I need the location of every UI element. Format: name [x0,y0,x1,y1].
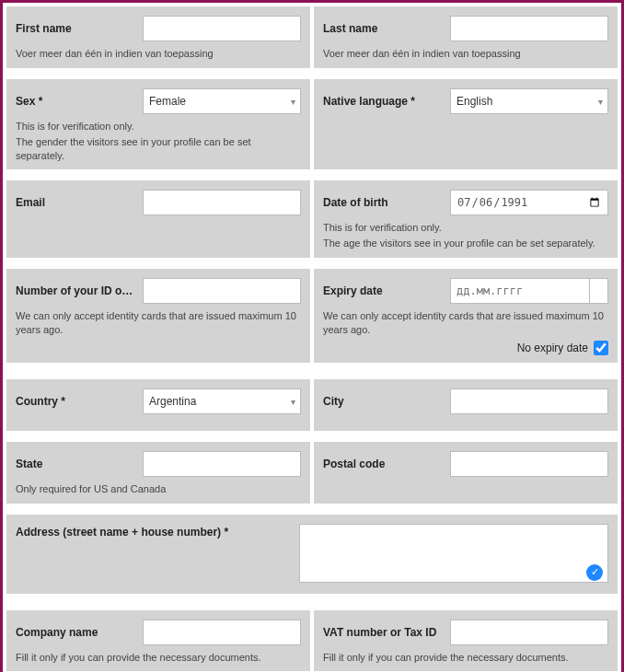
sex-hint2: The gender the visitors see in your prof… [16,135,301,163]
email-label: Email [16,196,135,209]
sex-cell: Sex * Female This is for verification on… [6,79,310,170]
form-container: First name Voer meer dan één in indien v… [0,0,624,672]
last-name-label: Last name [323,22,443,35]
postal-cell: Postal code [314,442,618,504]
vat-hint: Fill it only if you can provide the nece… [323,651,608,665]
state-hint: Only required for US and Canada [16,482,301,496]
last-name-hint: Voer meer dan één in indien van toepassi… [323,47,608,61]
id-number-label: Number of your ID or p… [16,284,135,297]
address-cell: Address (street name + house number) * ✓ [6,515,618,594]
address-label: Address (street name + house number) * [16,524,292,539]
country-label: Country * [16,395,135,408]
dob-hint1: This is for verification only. [323,221,608,235]
city-input[interactable] [450,388,608,414]
email-cell: Email [6,180,310,258]
id-number-hint: We can only accept identity cards that a… [16,309,301,337]
last-name-input[interactable] [450,16,608,41]
vat-label: VAT number or Tax ID [323,626,443,639]
expiry-hint: We can only accept identity cards that a… [323,309,608,337]
native-language-label: Native language * [323,95,443,108]
last-name-cell: Last name Voer meer dan één in indien va… [314,6,618,68]
state-label: State [16,458,135,470]
no-expiry-checkbox[interactable] [594,341,608,355]
vat-input[interactable] [450,620,608,645]
expiry-input[interactable] [450,278,590,304]
company-hint: Fill it only if you can provide the nece… [16,651,301,665]
company-input[interactable] [143,620,301,645]
id-number-cell: Number of your ID or p… We can only acce… [6,269,310,363]
country-select[interactable]: Argentina [143,388,301,414]
postal-input[interactable] [450,451,608,477]
dob-hint2: The age the visitors see in your profile… [323,237,608,250]
no-expiry-label: No expiry date [517,342,588,354]
native-language-cell: Native language * English [314,79,618,170]
city-cell: City [314,379,618,431]
postal-label: Postal code [323,458,443,470]
address-input[interactable] [299,524,608,583]
city-label: City [323,395,443,408]
first-name-input[interactable] [143,16,301,41]
state-input[interactable] [143,451,301,477]
email-input[interactable] [143,190,301,215]
expiry-label: Expiry date [323,284,443,297]
sex-select[interactable]: Female [143,88,301,114]
check-icon: ✓ [586,564,603,581]
id-number-input[interactable] [143,278,301,304]
first-name-label: First name [16,22,135,35]
dob-input[interactable] [450,190,608,215]
first-name-cell: First name Voer meer dan één in indien v… [6,6,310,68]
sex-hint1: This is for verification only. [16,120,301,133]
dob-cell: Date of birth This is for verification o… [314,180,618,258]
state-cell: State Only required for US and Canada [6,442,310,504]
expiry-cell: Expiry date We can only accept identity … [314,269,618,363]
sex-label: Sex * [16,95,135,108]
dob-label: Date of birth [323,196,443,209]
calendar-icon[interactable] [590,278,608,304]
company-label: Company name [16,626,135,639]
company-cell: Company name Fill it only if you can pro… [6,610,310,672]
country-cell: Country * Argentina [6,379,310,431]
vat-cell: VAT number or Tax ID Fill it only if you… [314,610,618,672]
first-name-hint: Voer meer dan één in indien van toepassi… [16,47,301,61]
native-language-select[interactable]: English [450,88,608,114]
